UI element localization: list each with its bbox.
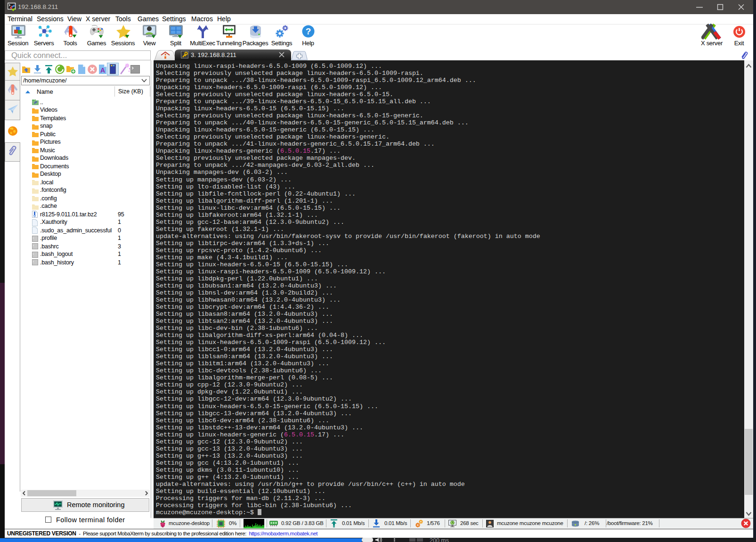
svg-text:A: A [100,66,105,74]
svg-text:3. 192.168.8.211: 3. 192.168.8.211 [191,51,236,58]
svg-text:?: ? [306,26,311,36]
